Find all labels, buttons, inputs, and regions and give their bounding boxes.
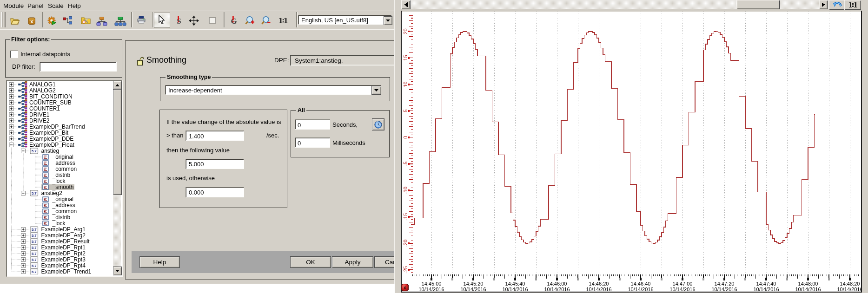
svg-text:14:47:40: 14:47:40 [756, 281, 776, 286]
svg-text:10/14/2016: 10/14/2016 [586, 286, 611, 292]
svg-text:10/14/2016: 10/14/2016 [544, 286, 570, 292]
svg-text:COUNTER1: COUNTER1 [29, 105, 60, 112]
svg-text:-25: -25 [403, 266, 408, 273]
svg-text:ExampleDP_Rpt2: ExampleDP_Rpt2 [41, 250, 86, 257]
svg-text:10/14/2016: 10/14/2016 [628, 286, 653, 292]
svg-text:14:47:20: 14:47:20 [715, 281, 735, 286]
svg-text:14:46:00: 14:46:00 [547, 281, 567, 286]
svg-text:ExampleDP_Rpt3: ExampleDP_Rpt3 [41, 256, 86, 263]
svg-text:ExampleDP_Rpt4: ExampleDP_Rpt4 [41, 262, 86, 269]
svg-text:10: 10 [403, 82, 408, 87]
svg-text:_distrib: _distrib [52, 214, 71, 221]
svg-text:-15: -15 [403, 213, 408, 221]
svg-text:14:48:00: 14:48:00 [798, 281, 818, 286]
svg-text:5.7: 5.7 [32, 258, 37, 262]
svg-text:x: x [404, 285, 406, 290]
svg-text:14:46:20: 14:46:20 [589, 281, 609, 286]
svg-text:10/14/2016: 10/14/2016 [460, 286, 486, 292]
svg-text:anstieg: anstieg [41, 148, 60, 154]
svg-text:5.7: 5.7 [32, 149, 37, 153]
svg-text:_common: _common [52, 208, 77, 215]
svg-text:ExampleDP_BarTrend: ExampleDP_BarTrend [29, 124, 85, 130]
svg-text:5.7: 5.7 [32, 264, 37, 268]
svg-text:-10: -10 [403, 187, 408, 194]
svg-text:5.7: 5.7 [32, 240, 37, 244]
svg-text:10/14/2016: 10/14/2016 [795, 286, 821, 292]
svg-text:14:45:00: 14:45:00 [422, 281, 442, 286]
svg-text:ExampleDP_Trend1: ExampleDP_Trend1 [41, 268, 92, 274]
svg-text:20: 20 [403, 28, 408, 34]
svg-text:_original: _original [52, 196, 73, 202]
svg-text:5.7: 5.7 [32, 246, 37, 250]
svg-text:ExampleDP_Arg2: ExampleDP_Arg2 [41, 232, 86, 239]
svg-text:_common: _common [52, 166, 77, 172]
svg-text:10/14/2016: 10/14/2016 [837, 286, 862, 292]
svg-text:_lock: _lock [52, 220, 66, 227]
svg-text:5.7: 5.7 [32, 191, 37, 195]
svg-text:BIT_CONDITION: BIT_CONDITION [29, 93, 73, 100]
svg-text:x: x [30, 19, 33, 24]
svg-text:COUNTER_SUB: COUNTER_SUB [29, 99, 72, 106]
svg-text:_address: _address [52, 202, 75, 208]
svg-text:DRIVE1: DRIVE1 [29, 111, 50, 118]
svg-text:0: 0 [403, 136, 408, 139]
svg-text:14:45:40: 14:45:40 [505, 281, 525, 286]
svg-text:5.7: 5.7 [32, 228, 37, 232]
svg-text:10/14/2016: 10/14/2016 [502, 286, 528, 292]
svg-text:-20: -20 [403, 240, 408, 247]
svg-text:ExampleDP_Result: ExampleDP_Result [41, 238, 90, 245]
svg-text:ExampleDP_Rpt1: ExampleDP_Rpt1 [41, 244, 86, 251]
svg-text:5: 5 [403, 110, 408, 112]
svg-text:ExampleDP_Float: ExampleDP_Float [29, 142, 74, 148]
svg-text:14:46:40: 14:46:40 [631, 281, 651, 286]
svg-text:10/14/2016: 10/14/2016 [753, 286, 779, 292]
svg-text:DRIVE2: DRIVE2 [29, 117, 50, 124]
svg-text:14:48:20: 14:48:20 [840, 281, 860, 286]
svg-text:14:45:20: 14:45:20 [464, 281, 484, 286]
svg-text:5.7: 5.7 [32, 270, 37, 274]
svg-text:ExampleDP_Arg1: ExampleDP_Arg1 [41, 226, 86, 233]
svg-text:ANALOG2: ANALOG2 [29, 87, 56, 94]
svg-text:10/14/2016: 10/14/2016 [418, 286, 444, 292]
svg-text:anstieg2: anstieg2 [41, 190, 63, 196]
svg-text:10/14/2016: 10/14/2016 [669, 286, 695, 292]
svg-text:5.7: 5.7 [32, 234, 37, 238]
svg-text:_distrib: _distrib [52, 172, 71, 178]
svg-text:-5: -5 [403, 162, 408, 166]
svg-text:15: 15 [403, 55, 408, 60]
svg-text:14:47:00: 14:47:00 [673, 281, 693, 286]
svg-text:5.7: 5.7 [32, 252, 37, 256]
svg-text:10/14/2016: 10/14/2016 [711, 286, 737, 292]
svg-text:_address: _address [52, 160, 75, 166]
svg-text:ANALOG1: ANALOG1 [29, 81, 56, 88]
svg-text:_original: _original [52, 154, 73, 160]
svg-text:ExampleDP_Bit: ExampleDP_Bit [29, 130, 69, 136]
svg-text:_smooth: _smooth [52, 184, 74, 190]
svg-text:ExampleDP_DDE: ExampleDP_DDE [29, 136, 73, 142]
svg-text:G: G [231, 17, 237, 26]
svg-text:_lock: _lock [52, 178, 66, 184]
